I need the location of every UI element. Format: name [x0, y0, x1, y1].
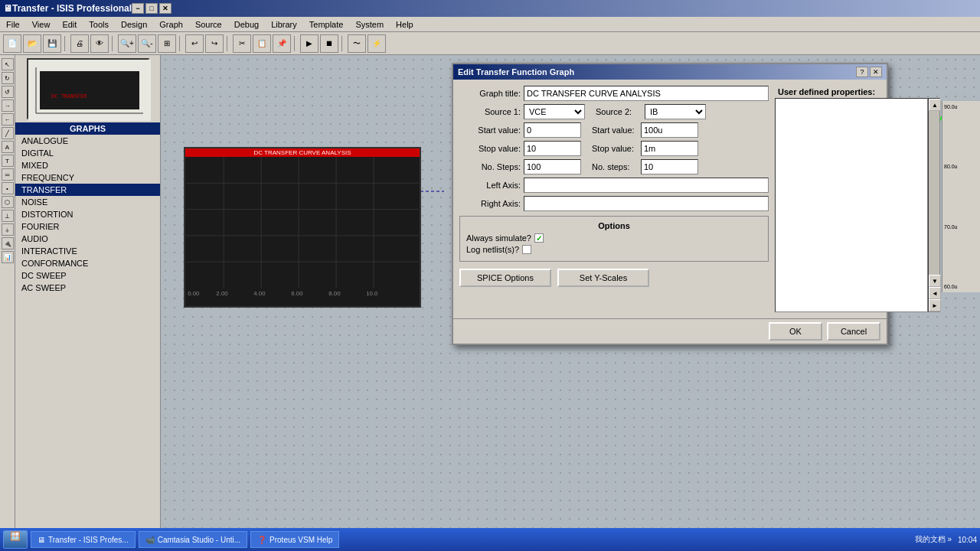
tool-copy[interactable]: 📋 [253, 34, 271, 53]
right-axis-input[interactable] [524, 196, 769, 211]
tool-port[interactable]: ⬡ [2, 196, 14, 208]
dialog-overlay: Edit Transfer Function Graph ? ✕ Graph t… [161, 55, 980, 533]
graph-mixed[interactable]: MIXED [15, 159, 160, 171]
menubar: File View Edit Tools Design Graph Source… [0, 17, 980, 32]
tool-zoom-out[interactable]: 🔍- [138, 34, 156, 53]
tool-input[interactable]: → [2, 99, 14, 112]
taskbar-app-isis[interactable]: 🖥 Transfer - ISIS Profes... [31, 531, 136, 548]
tool-select[interactable]: ↖ [2, 58, 14, 70]
menu-template[interactable]: Template [303, 18, 350, 31]
graph-conformance[interactable]: CONFORMANCE [15, 257, 160, 269]
tool-paste[interactable]: 📌 [273, 34, 291, 53]
graph-analogue[interactable]: ANALOGUE [15, 135, 160, 147]
options-group: Options Always simulate? ✓ Log netlist(s… [459, 216, 769, 262]
source1-select[interactable]: VCE [524, 104, 585, 119]
taskbar-app-camtasia[interactable]: 📹 Camtasia Studio - Unti... [139, 531, 247, 548]
menu-system[interactable]: System [349, 18, 390, 31]
tool-rotate2[interactable]: ↺ [2, 86, 14, 98]
left-axis-input[interactable] [524, 178, 769, 193]
graph-distortion[interactable]: DISTORTION [15, 208, 160, 220]
graph-digital[interactable]: DIGITAL [15, 147, 160, 159]
toolbar-separator-1 [64, 36, 67, 51]
titlebar: 🖥 Transfer - ISIS Professional − □ ✕ [0, 0, 980, 17]
tool-cut[interactable]: ✂ [233, 34, 251, 53]
dialog-titlebar: Edit Transfer Function Graph ? ✕ [453, 64, 887, 80]
menu-debug[interactable]: Debug [228, 18, 265, 31]
close-button[interactable]: ✕ [159, 3, 172, 14]
tool-simulate[interactable]: ▶ [300, 34, 318, 53]
tool-bus[interactable]: ═ [2, 168, 14, 181]
set-y-scales-button[interactable]: Set Y-Scales [557, 269, 649, 287]
tool-undo[interactable]: ↩ [185, 34, 204, 53]
source2-label: Source 2: [588, 107, 642, 116]
taskbar-help-icon: ❓ [257, 536, 266, 544]
tool-wire2[interactable]: ╱ [2, 127, 14, 139]
taskbar-app-proteus-help[interactable]: ❓ Proteus VSM Help [250, 531, 339, 548]
menu-edit[interactable]: Edit [56, 18, 83, 31]
tool-junction[interactable]: • [2, 182, 14, 194]
tool-label[interactable]: A [2, 141, 14, 153]
source2-select[interactable]: IB [645, 104, 706, 119]
graph-frequency[interactable]: FREQUENCY [15, 171, 160, 184]
no-steps-row: No. Steps: No. steps: [459, 159, 769, 174]
graph-ac-sweep[interactable]: AC SWEEP [15, 282, 160, 294]
scroll-right-button[interactable]: ► [929, 299, 941, 311]
menu-help[interactable]: Help [390, 18, 420, 31]
graph-noise[interactable]: NOISE [15, 196, 160, 208]
tool-print[interactable]: 🖨 [70, 34, 89, 53]
tool-probe[interactable]: ⚡ [368, 34, 386, 53]
always-simulate-checkbox[interactable]: ✓ [534, 233, 544, 243]
stop-value1-input[interactable] [524, 141, 581, 156]
dialog-help-button[interactable]: ? [856, 67, 868, 77]
no-steps1-input[interactable] [524, 159, 581, 174]
taskbar-help-label: Proteus VSM Help [270, 536, 332, 544]
spice-options-button[interactable]: SPICE Options [459, 269, 551, 287]
menu-source[interactable]: Source [189, 18, 228, 31]
menu-view[interactable]: View [26, 18, 57, 31]
graph-dc-sweep[interactable]: DC SWEEP [15, 269, 160, 282]
start-value1-input[interactable] [524, 122, 581, 138]
menu-graph[interactable]: Graph [153, 18, 189, 31]
tool-rotate[interactable]: ↻ [2, 72, 14, 84]
dialog-close-button[interactable]: ✕ [870, 67, 882, 77]
ok-button[interactable]: OK [769, 322, 822, 341]
tool-text[interactable]: T [2, 155, 14, 167]
no-steps2-input[interactable] [641, 159, 698, 174]
menu-file[interactable]: File [0, 18, 26, 31]
scroll-down-button[interactable]: ▼ [929, 275, 941, 287]
scroll-left-button[interactable]: ◄ [929, 287, 941, 299]
maximize-button[interactable]: □ [145, 3, 158, 14]
menu-design[interactable]: Design [115, 18, 153, 31]
graph-title-input[interactable] [524, 86, 769, 101]
tool-ground[interactable]: ⏚ [2, 223, 14, 236]
tool-open[interactable]: 📂 [23, 34, 41, 53]
tool-output[interactable]: ← [2, 113, 14, 126]
graph-fourier[interactable]: FOURIER [15, 220, 160, 233]
minimize-button[interactable]: − [132, 3, 144, 14]
tool-graph[interactable]: 📊 [2, 251, 14, 263]
tool-new[interactable]: 📄 [3, 34, 21, 53]
stop-value2-input[interactable] [641, 141, 698, 156]
tool-component[interactable]: 🔌 [2, 237, 14, 249]
tool-zoom-in[interactable]: 🔍+ [118, 34, 136, 53]
tool-save[interactable]: 💾 [43, 34, 61, 53]
right-axis-label: Right Axis: [459, 199, 521, 208]
graphs-panel: DC TRANSFER GRAPHS ANALOGUE DIGITAL MIXE… [15, 55, 161, 533]
menu-library[interactable]: Library [265, 18, 303, 31]
tool-stop[interactable]: ⏹ [320, 34, 338, 53]
tool-preview[interactable]: 👁 [90, 34, 109, 53]
tool-zoom-fit[interactable]: ⊞ [158, 34, 176, 53]
start-button[interactable]: 🪟 [3, 530, 28, 549]
scroll-up-button[interactable]: ▲ [929, 99, 941, 111]
log-netlists-checkbox[interactable] [522, 245, 531, 254]
tool-wire[interactable]: 〜 [348, 34, 366, 53]
tool-redo[interactable]: ↪ [205, 34, 224, 53]
graph-audio[interactable]: AUDIO [15, 233, 160, 245]
graph-transfer[interactable]: TRANSFER [15, 184, 160, 196]
start-value1-label: Start value: [459, 126, 521, 135]
menu-tools[interactable]: Tools [83, 18, 115, 31]
graph-interactive[interactable]: INTERACTIVE [15, 245, 160, 257]
cancel-button[interactable]: Cancel [827, 322, 880, 341]
tool-power[interactable]: ⊥ [2, 210, 14, 222]
start-value2-input[interactable] [641, 122, 698, 138]
